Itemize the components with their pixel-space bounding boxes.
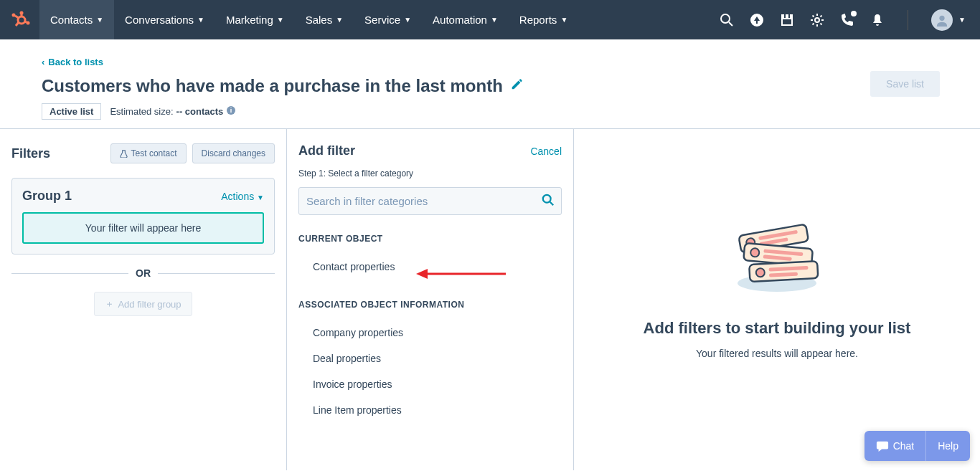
nav-label: Reports <box>519 14 557 26</box>
help-button[interactable]: Help <box>925 431 970 461</box>
svg-line-5 <box>24 22 27 22</box>
nav-label: Marketing <box>226 14 273 26</box>
flask-icon <box>120 150 128 158</box>
svg-point-15 <box>815 18 819 22</box>
search-icon[interactable] <box>720 13 734 27</box>
svg-line-9 <box>729 22 732 26</box>
nav-label: Contacts <box>50 14 93 26</box>
svg-point-8 <box>721 14 730 23</box>
nav-divider <box>908 10 908 30</box>
notifications-icon[interactable] <box>870 13 885 27</box>
chevron-down-icon: ▼ <box>491 16 498 24</box>
svg-point-16 <box>939 15 944 20</box>
nav-items: Contacts▼ Conversations▼ Marketing▼ Sale… <box>39 0 578 39</box>
discard-changes-button[interactable]: Discard changes <box>192 143 275 163</box>
upgrade-icon[interactable] <box>750 13 764 27</box>
nav-label: Automation <box>433 14 487 26</box>
page-header: ‹ Back to lists Customers who have made … <box>0 39 980 128</box>
category-contact-properties[interactable]: Contact properties <box>298 254 562 280</box>
marketplace-icon[interactable] <box>780 13 794 27</box>
cancel-link[interactable]: Cancel <box>530 146 562 157</box>
chevron-left-icon: ‹ <box>42 57 44 67</box>
est-size-label: Estimated size: <box>110 106 173 117</box>
category-list[interactable]: CURRENT OBJECT Contact properties ASSOCI… <box>287 234 573 470</box>
search-icon[interactable] <box>542 194 555 209</box>
nav-label: Conversations <box>125 14 194 26</box>
add-group-label: Add filter group <box>118 299 181 310</box>
nav-item-conversations[interactable]: Conversations▼ <box>114 0 215 39</box>
group-actions-dropdown[interactable]: Actions ▼ <box>221 191 264 202</box>
filter-placeholder[interactable]: Your filter will appear here <box>22 212 264 244</box>
chevron-down-icon: ▼ <box>560 16 567 24</box>
chevron-down-icon: ▼ <box>336 16 343 24</box>
estimated-size: Estimated size: -- contacts i <box>110 105 236 118</box>
category-heading-associated: ASSOCIATED OBJECT INFORMATION <box>298 300 562 310</box>
est-size-value: -- contacts <box>176 106 224 117</box>
nav-label: Sales <box>306 14 333 26</box>
chat-icon <box>876 439 889 452</box>
edit-icon[interactable] <box>510 78 523 94</box>
page-title: Customers who have made a purchase in th… <box>42 76 503 96</box>
svg-rect-14 <box>782 19 792 25</box>
step-label: Step 1: Select a filter category <box>298 168 562 179</box>
empty-subtitle: Your filtered results will appear here. <box>696 348 858 359</box>
back-link-label: Back to lists <box>48 57 103 67</box>
nav-utility-icons: ▼ <box>720 9 973 31</box>
nav-item-automation[interactable]: Automation▼ <box>422 0 509 39</box>
add-filter-heading: Add filter <box>298 143 355 158</box>
account-menu[interactable]: ▼ <box>931 9 966 31</box>
avatar <box>931 9 953 31</box>
svg-rect-12 <box>786 14 788 18</box>
svg-point-27 <box>750 248 760 257</box>
active-list-badge: Active list <box>42 103 101 120</box>
chat-label: Chat <box>893 440 915 452</box>
category-company-properties[interactable]: Company properties <box>298 320 562 346</box>
group-title: Group 1 <box>22 189 72 204</box>
chevron-down-icon: ▼ <box>96 16 103 24</box>
category-deal-properties[interactable]: Deal properties <box>298 346 562 371</box>
empty-title: Add filters to start building your list <box>644 319 911 338</box>
nav-item-service[interactable]: Service▼ <box>354 0 422 39</box>
svg-line-6 <box>15 16 19 18</box>
category-invoice-properties[interactable]: Invoice properties <box>298 371 562 397</box>
empty-illustration <box>723 197 831 298</box>
filter-group-card: Group 1 Actions ▼ Your filter will appea… <box>11 178 275 254</box>
nav-item-marketing[interactable]: Marketing▼ <box>215 0 295 39</box>
svg-text:i: i <box>230 107 232 114</box>
help-label: Help <box>938 440 958 452</box>
svg-rect-11 <box>781 14 784 18</box>
nav-item-reports[interactable]: Reports▼ <box>509 0 578 39</box>
svg-point-31 <box>756 268 765 277</box>
add-filter-group-button[interactable]: ＋Add filter group <box>94 292 192 316</box>
filter-category-search-input[interactable] <box>298 187 562 215</box>
chevron-down-icon: ▼ <box>197 16 204 24</box>
help-widget: Chat Help <box>864 431 970 461</box>
hubspot-logo[interactable] <box>0 9 39 31</box>
results-empty-state: Add filters to start building your list … <box>574 129 980 470</box>
category-line-item-properties[interactable]: Line Item properties <box>298 397 562 423</box>
chevron-down-icon: ▼ <box>404 16 411 24</box>
svg-point-19 <box>543 194 551 202</box>
nav-item-sales[interactable]: Sales▼ <box>295 0 354 39</box>
info-icon[interactable]: i <box>226 105 236 118</box>
svg-line-20 <box>550 201 554 205</box>
or-label: OR <box>136 267 151 279</box>
nav-item-contacts[interactable]: Contacts▼ <box>39 0 114 39</box>
settings-icon[interactable] <box>810 13 824 27</box>
add-filter-panel: Add filter Cancel Step 1: Select a filte… <box>287 129 574 470</box>
save-list-button[interactable]: Save list <box>870 71 940 97</box>
plus-icon: ＋ <box>105 298 114 310</box>
back-to-lists-link[interactable]: ‹ Back to lists <box>42 57 523 67</box>
actions-label: Actions <box>221 191 254 202</box>
chevron-down-icon: ▼ <box>958 16 966 24</box>
top-nav: Contacts▼ Conversations▼ Marketing▼ Sale… <box>0 0 980 39</box>
svg-line-7 <box>16 22 19 26</box>
svg-rect-13 <box>790 14 793 18</box>
category-heading-current: CURRENT OBJECT <box>298 234 562 244</box>
nav-label: Service <box>364 14 400 26</box>
chat-button[interactable]: Chat <box>864 431 926 461</box>
phone-icon[interactable] <box>840 13 854 27</box>
test-contact-button[interactable]: Test contact <box>110 143 187 163</box>
svg-point-1 <box>19 11 23 14</box>
filters-heading: Filters <box>11 146 50 161</box>
